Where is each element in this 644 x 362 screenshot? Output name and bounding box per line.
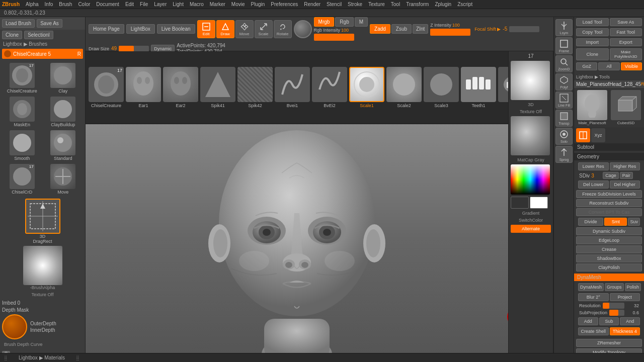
fr-lightbox-tools[interactable]: Lightbox ▶ Tools	[574, 73, 644, 80]
thickness-button[interactable]: Thickness 4	[610, 327, 640, 335]
zremesher-button[interactable]: ZRemesher	[576, 339, 642, 347]
fr-save-as-button[interactable]: Save As	[610, 18, 642, 26]
menu-zplugin[interactable]: Zplugin	[435, 2, 451, 7]
pair-button[interactable]: Pair	[620, 172, 633, 179]
draw-tool-button[interactable]: Draw	[216, 20, 234, 38]
brush-strip-spik2[interactable]: Spik42	[237, 67, 273, 108]
brush-item-clay[interactable]: Clay	[43, 62, 84, 95]
brush-alpha-thumb[interactable]	[23, 246, 62, 285]
menu-stencil[interactable]: Stencil	[327, 2, 342, 7]
live-boolean-button[interactable]: Live Boolean	[157, 24, 195, 34]
bottom-lightbox-link[interactable]: Lightbox ▶ Materials	[16, 354, 68, 361]
z-intensity-slider[interactable]	[430, 29, 470, 36]
selection-button[interactable]: Selectionl	[24, 31, 53, 39]
home-page-button[interactable]: Home Page	[89, 24, 124, 34]
transp-button[interactable]: Transp	[555, 110, 573, 127]
dragrect-thumb[interactable]	[25, 199, 60, 234]
export-button[interactable]: Export	[610, 38, 642, 46]
dynaMesh-button[interactable]: DynaMesh	[578, 283, 604, 291]
menu-texture[interactable]: Texture	[368, 2, 385, 7]
convert-bpt-button[interactable]: Convert BPT To Cas	[576, 208, 642, 216]
and-button[interactable]: And	[620, 317, 640, 325]
brush-strip-scale2[interactable]: Scale2	[386, 67, 422, 108]
matcap-color-preview[interactable]	[511, 116, 550, 155]
draw-size-slider[interactable]	[119, 46, 149, 52]
shadow-box-button[interactable]: ShadowBox	[576, 254, 642, 262]
subtool-cube-item[interactable]: CubedSD	[610, 90, 642, 125]
blur-button[interactable]: Blur 2°	[578, 293, 609, 301]
smt-button[interactable]: Smt	[604, 218, 627, 226]
menu-stroke[interactable]: Stroke	[348, 2, 362, 7]
goz-button[interactable]: GoZ	[576, 62, 597, 70]
zsub-button[interactable]: Zsub	[391, 24, 412, 34]
brush-strip-ear2[interactable]: Ear2	[163, 67, 198, 108]
mrgb-button[interactable]: Mrgb	[314, 17, 335, 27]
divide-button[interactable]: Divide	[578, 218, 603, 226]
lightbox-brushes-link[interactable]: Lightbox ▶ Brushes	[0, 40, 85, 48]
xyz-icon-button[interactable]: Xyz	[591, 128, 605, 142]
copy-tool-button[interactable]: Copy Tool	[576, 28, 609, 36]
menu-macro[interactable]: Macro	[190, 2, 204, 7]
texture-off-label[interactable]: Texture Off	[0, 291, 85, 298]
fast-tool-button[interactable]: Fast Tool	[610, 28, 642, 36]
menu-color[interactable]: Color	[78, 2, 90, 7]
load-tool-button[interactable]: Load Tool	[576, 18, 609, 26]
geometry-header[interactable]: Geometry	[574, 153, 644, 160]
brush-strip-teeth2[interactable]: Teeth2	[498, 67, 508, 108]
zint-button[interactable]: ZInt	[413, 24, 428, 34]
make-poly-button[interactable]: Make PolyMesh3D	[610, 48, 642, 60]
alpha-count-header[interactable]: 17	[511, 53, 551, 59]
brush-strip-scale1-selected[interactable]: Scale1	[349, 67, 384, 108]
dynaMesh-header[interactable]: DynaMesh	[574, 274, 644, 281]
dynamic-subdiv-button[interactable]: Dynamic Subdiv	[576, 227, 642, 235]
m-button[interactable]: M	[355, 17, 368, 27]
alpha-thumbnail[interactable]	[511, 61, 550, 100]
visible-button[interactable]: Visible	[621, 62, 642, 70]
solo-button[interactable]: Solo	[555, 128, 573, 145]
color-sphere[interactable]	[294, 20, 312, 38]
brush-strip-ear1[interactable]: Ear1	[126, 67, 161, 108]
menu-alpha[interactable]: Alpha	[26, 2, 39, 7]
clay-polish-button[interactable]: ClayPolish	[576, 263, 642, 272]
higher-res-button[interactable]: Higher Res	[610, 162, 640, 170]
menu-file[interactable]: File	[140, 2, 148, 7]
lightbox-button[interactable]: LightBox	[126, 24, 155, 34]
current-brush-display[interactable]: ChiselCreature 5 R	[2, 49, 83, 59]
brush-strip-chiselcreature[interactable]: 17 ChiselCreature	[89, 67, 124, 108]
import-button[interactable]: Import	[576, 38, 609, 46]
edit-tool-button[interactable]: Edit	[197, 20, 215, 38]
canvas-area[interactable]	[86, 124, 508, 353]
sub-button[interactable]: Sub	[599, 317, 619, 325]
brush-item-claybuildup[interactable]: ClayBuildup	[43, 96, 84, 128]
groups-button[interactable]: Groups	[605, 283, 624, 291]
brush-strip-spik1[interactable]: Spik41	[200, 67, 235, 108]
menu-info[interactable]: Info	[45, 2, 53, 7]
load-brush-button[interactable]: Load Brush	[2, 19, 35, 28]
alternate-button[interactable]: Alternate	[511, 225, 551, 233]
project-button[interactable]: Project	[610, 293, 640, 301]
menu-marker[interactable]: Marker	[210, 2, 225, 7]
texture-off-label-2[interactable]: Texture Off	[511, 109, 551, 114]
create-shell-button[interactable]: Create Shell	[578, 327, 609, 335]
add-button[interactable]: Add	[578, 317, 598, 325]
menu-zscript[interactable]: Zscript	[457, 2, 472, 7]
brush-item-chiselcreature[interactable]: 17 ChiselCreature	[2, 62, 42, 95]
zoomd-button[interactable]: ZoomD	[555, 55, 573, 72]
freeze-subdiv-button[interactable]: Freeze SubDivision Levels	[576, 190, 642, 198]
rgb-intensity-slider[interactable]	[314, 34, 354, 41]
brush-item-chiselcrd[interactable]: 17 ChiselCrD	[2, 163, 42, 196]
suv-button[interactable]: Suv	[628, 218, 640, 226]
lsym-button[interactable]: Lsym	[555, 19, 573, 36]
del-lower-button[interactable]: Del Lower	[578, 180, 609, 189]
menu-plugin[interactable]: Plugin	[251, 2, 265, 7]
brush-item-move[interactable]: Move	[43, 163, 84, 196]
brush-item-masken[interactable]: MaskEn	[2, 96, 42, 128]
zadd-button[interactable]: Zadd	[370, 24, 390, 34]
reconstruct-subdiv-button[interactable]: Reconstruct Subdiv	[576, 199, 642, 207]
rgb-button[interactable]: Rgb	[335, 17, 353, 27]
brush-strip-bvei2[interactable]: BvEi2	[312, 67, 347, 108]
subprojection-slider[interactable]	[609, 310, 624, 316]
polish-button[interactable]: Polish	[625, 283, 641, 291]
fr-clone-button[interactable]: Clone	[576, 48, 609, 60]
menu-document[interactable]: Document	[96, 2, 119, 7]
